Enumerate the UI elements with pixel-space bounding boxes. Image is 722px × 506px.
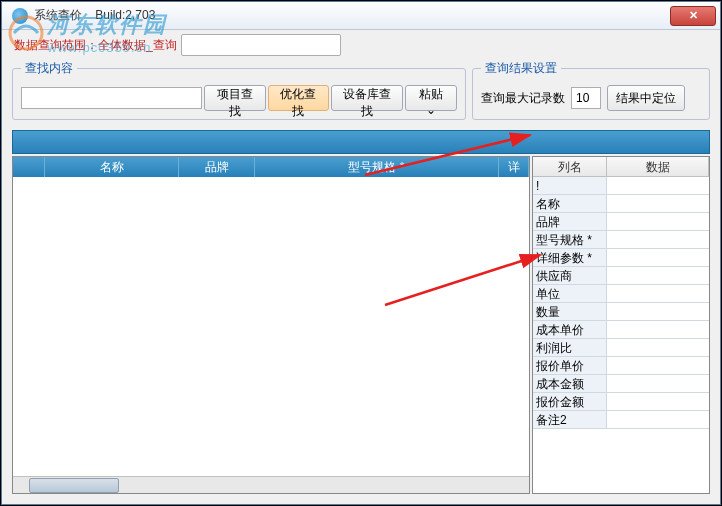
header-bar	[12, 130, 710, 154]
side-grid-row[interactable]: 备注2	[533, 411, 709, 429]
search-legend: 查找内容	[21, 60, 77, 77]
side-grid-row[interactable]: 数量	[533, 303, 709, 321]
app-icon	[12, 8, 28, 24]
h-scrollbar[interactable]	[13, 476, 529, 493]
scope-input[interactable]	[181, 34, 341, 56]
scope-label: 数据查询范围：全体数据_查询	[14, 37, 177, 54]
side-grid-header: 列名 数据	[533, 157, 709, 177]
titlebar: 系统查价 Build:2,703 ✕	[2, 2, 720, 30]
project-search-button[interactable]: 项目查找	[204, 85, 265, 111]
col-detail[interactable]: 详	[499, 157, 529, 177]
side-grid-row[interactable]: 报价单价	[533, 357, 709, 375]
paste-button[interactable]: 粘贴 ⌄	[405, 85, 457, 111]
side-grid-row[interactable]: 名称	[533, 195, 709, 213]
side-grid-row[interactable]: !	[533, 177, 709, 195]
side-col-data: 数据	[607, 157, 709, 176]
optimize-search-button[interactable]: 优化查找	[268, 85, 329, 111]
side-grid: 列名 数据 !名称品牌型号规格 *详细参数 *供应商单位数量成本单价利润比报价单…	[532, 156, 710, 494]
col-name[interactable]: 名称	[45, 157, 179, 177]
window-title: 系统查价 Build:2,703	[34, 7, 670, 24]
search-input[interactable]	[21, 87, 202, 109]
main-grid-body[interactable]	[13, 177, 529, 476]
main-grid-header: 名称 品牌 型号规格 * 详	[13, 157, 529, 177]
side-grid-row[interactable]: 型号规格 *	[533, 231, 709, 249]
side-grid-row[interactable]: 利润比	[533, 339, 709, 357]
side-grid-row[interactable]: 供应商	[533, 267, 709, 285]
main-grid: 名称 品牌 型号规格 * 详	[12, 156, 530, 494]
close-button[interactable]: ✕	[670, 6, 716, 26]
search-panel: 查找内容 项目查找 优化查找 设备库查找 粘贴 ⌄	[12, 60, 466, 120]
side-grid-row[interactable]: 成本单价	[533, 321, 709, 339]
max-records-input[interactable]	[571, 87, 601, 109]
side-grid-row[interactable]: 单位	[533, 285, 709, 303]
locate-button[interactable]: 结果中定位	[607, 85, 685, 111]
result-legend: 查询结果设置	[481, 60, 561, 77]
side-grid-row[interactable]: 详细参数 *	[533, 249, 709, 267]
result-settings-panel: 查询结果设置 查询最大记录数 结果中定位	[472, 60, 710, 120]
side-grid-row[interactable]: 成本金额	[533, 375, 709, 393]
side-col-name: 列名	[533, 157, 607, 176]
app-window: 系统查价 Build:2,703 ✕ 数据查询范围：全体数据_查询 查找内容 项…	[1, 1, 721, 505]
max-records-label: 查询最大记录数	[481, 90, 565, 107]
col-model[interactable]: 型号规格 *	[255, 157, 499, 177]
scrollbar-thumb[interactable]	[29, 478, 119, 493]
side-grid-row[interactable]: 品牌	[533, 213, 709, 231]
side-grid-row[interactable]: 报价金额	[533, 393, 709, 411]
col-brand[interactable]: 品牌	[179, 157, 255, 177]
side-grid-rows: !名称品牌型号规格 *详细参数 *供应商单位数量成本单价利润比报价单价成本金额报…	[533, 177, 709, 429]
scope-row: 数据查询范围：全体数据_查询	[2, 30, 720, 60]
stock-search-button[interactable]: 设备库查找	[331, 85, 403, 111]
